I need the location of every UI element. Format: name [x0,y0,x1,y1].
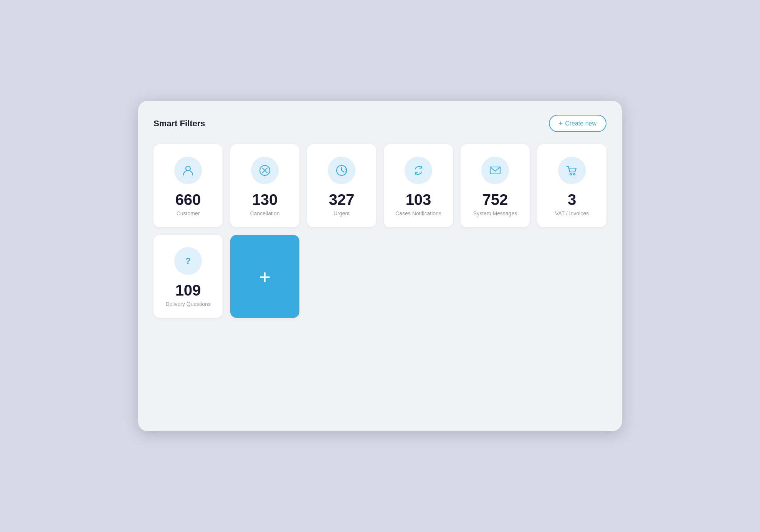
vat-invoices-label: VAT / Invoices [555,210,589,216]
icon-circle-vat-invoices [558,157,586,184]
clock-icon [335,164,349,177]
svg-line-6 [342,170,344,172]
create-new-label: Create new [565,120,596,127]
person-icon [181,164,195,177]
filter-card-delivery-questions[interactable]: ? 109 Delivery Questions [154,235,223,318]
vat-invoices-count: 3 [568,192,576,207]
filter-card-vat-invoices[interactable]: 3 VAT / Invoices [537,144,606,227]
filter-card-cancellation[interactable]: 130 Cancellation [230,144,299,227]
filter-card-customer[interactable]: 660 Customer [154,144,223,227]
icon-circle-customer [174,157,202,184]
plus-icon: + [559,119,563,127]
icon-circle-cancellation [251,157,279,184]
page-title: Smart Filters [154,119,205,129]
filter-card-cases-notifications[interactable]: 103 Cases Notifications [384,144,453,227]
svg-point-9 [573,173,575,175]
customer-count: 660 [175,192,201,207]
system-messages-count: 752 [482,192,508,207]
cases-notifications-label: Cases Notifications [395,210,441,216]
question-icon: ? [181,254,195,268]
filters-row-1: 660 Customer 130 Cancellation [154,144,606,227]
cancellation-count: 130 [252,192,278,207]
add-plus-icon: + [259,267,271,287]
svg-point-8 [570,173,572,175]
urgent-label: Urgent [334,210,350,216]
icon-circle-delivery-questions: ? [174,247,202,275]
filter-card-urgent[interactable]: 327 Urgent [307,144,376,227]
cancellation-label: Cancellation [250,210,279,216]
icon-circle-system-messages [481,157,509,184]
main-card: Smart Filters + Create new 660 Customer [138,101,622,431]
create-new-button[interactable]: + Create new [549,115,606,132]
filters-row-2: ? 109 Delivery Questions + [154,235,606,318]
delivery-questions-label: Delivery Questions [165,301,211,307]
header: Smart Filters + Create new [154,115,606,132]
cancel-icon [258,164,272,177]
svg-text:?: ? [185,256,190,266]
mail-icon [488,164,502,177]
icon-circle-cases-notifications [405,157,432,184]
delivery-questions-count: 109 [175,283,201,298]
cart-icon [565,164,579,177]
refresh-icon [411,164,425,177]
cases-notifications-count: 103 [406,192,431,207]
urgent-count: 327 [329,192,355,207]
system-messages-label: System Messages [473,210,517,216]
customer-label: Customer [177,210,200,216]
filter-card-system-messages[interactable]: 752 System Messages [461,144,530,227]
icon-circle-urgent [328,157,355,184]
add-new-filter-card[interactable]: + [230,235,299,318]
